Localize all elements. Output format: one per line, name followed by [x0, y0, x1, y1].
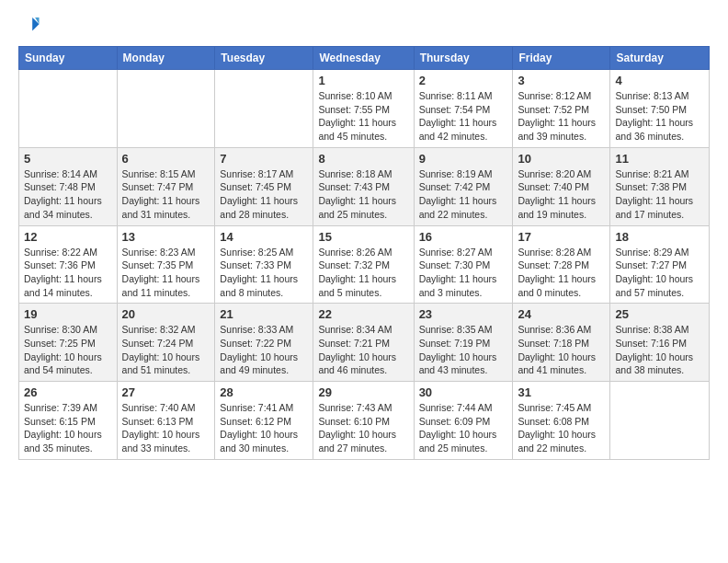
- day-cell: 30Sunrise: 7:44 AM Sunset: 6:09 PM Dayli…: [414, 382, 513, 460]
- day-cell: 23Sunrise: 8:35 AM Sunset: 7:19 PM Dayli…: [414, 304, 513, 382]
- day-info: Sunrise: 8:25 AM Sunset: 7:33 PM Dayligh…: [220, 246, 308, 300]
- day-cell: 7Sunrise: 8:17 AM Sunset: 7:45 PM Daylig…: [215, 147, 313, 225]
- day-number: 16: [419, 230, 508, 244]
- day-info: Sunrise: 8:20 AM Sunset: 7:40 PM Dayligh…: [518, 167, 605, 222]
- week-row-2: 5Sunrise: 8:14 AM Sunset: 7:48 PM Daylig…: [19, 147, 710, 225]
- day-number: 25: [615, 307, 704, 321]
- day-number: 24: [518, 307, 605, 321]
- day-info: Sunrise: 8:33 AM Sunset: 7:22 PM Dayligh…: [220, 323, 308, 377]
- day-number: 23: [419, 307, 508, 321]
- day-cell: 16Sunrise: 8:27 AM Sunset: 7:30 PM Dayli…: [414, 225, 513, 304]
- day-number: 13: [122, 230, 210, 244]
- day-cell: 9Sunrise: 8:19 AM Sunset: 7:42 PM Daylig…: [414, 147, 513, 225]
- day-number: 28: [220, 385, 308, 399]
- day-number: 31: [518, 385, 605, 399]
- day-number: 12: [24, 230, 112, 244]
- week-row-3: 12Sunrise: 8:22 AM Sunset: 7:36 PM Dayli…: [19, 225, 710, 304]
- day-cell: [19, 70, 118, 148]
- day-cell: 19Sunrise: 8:30 AM Sunset: 7:25 PM Dayli…: [19, 304, 118, 382]
- day-number: 29: [318, 385, 408, 399]
- day-info: Sunrise: 8:12 AM Sunset: 7:52 PM Dayligh…: [518, 89, 605, 144]
- day-number: 10: [518, 152, 605, 166]
- logo-icon: [20, 15, 40, 35]
- day-cell: 21Sunrise: 8:33 AM Sunset: 7:22 PM Dayli…: [215, 304, 313, 382]
- day-info: Sunrise: 8:26 AM Sunset: 7:32 PM Dayligh…: [318, 246, 408, 300]
- day-info: Sunrise: 8:30 AM Sunset: 7:25 PM Dayligh…: [24, 323, 112, 377]
- weekday-header-friday: Friday: [513, 47, 610, 70]
- day-cell: 12Sunrise: 8:22 AM Sunset: 7:36 PM Dayli…: [19, 225, 118, 304]
- day-cell: 2Sunrise: 8:11 AM Sunset: 7:54 PM Daylig…: [414, 70, 513, 148]
- weekday-header-row: SundayMondayTuesdayWednesdayThursdayFrid…: [19, 47, 710, 70]
- day-info: Sunrise: 8:14 AM Sunset: 7:48 PM Dayligh…: [24, 167, 112, 222]
- day-cell: 1Sunrise: 8:10 AM Sunset: 7:55 PM Daylig…: [313, 70, 414, 148]
- day-cell: 22Sunrise: 8:34 AM Sunset: 7:21 PM Dayli…: [313, 304, 414, 382]
- day-number: 26: [24, 385, 112, 399]
- day-info: Sunrise: 7:45 AM Sunset: 6:08 PM Dayligh…: [518, 401, 605, 455]
- day-info: Sunrise: 8:38 AM Sunset: 7:16 PM Dayligh…: [615, 323, 704, 377]
- day-cell: 27Sunrise: 7:40 AM Sunset: 6:13 PM Dayli…: [117, 382, 215, 460]
- day-cell: 10Sunrise: 8:20 AM Sunset: 7:40 PM Dayli…: [513, 147, 610, 225]
- weekday-header-sunday: Sunday: [19, 47, 118, 70]
- day-cell: 8Sunrise: 8:18 AM Sunset: 7:43 PM Daylig…: [313, 147, 414, 225]
- weekday-header-tuesday: Tuesday: [215, 47, 313, 70]
- day-info: Sunrise: 7:41 AM Sunset: 6:12 PM Dayligh…: [220, 401, 308, 455]
- day-cell: 28Sunrise: 7:41 AM Sunset: 6:12 PM Dayli…: [215, 382, 313, 460]
- day-cell: 14Sunrise: 8:25 AM Sunset: 7:33 PM Dayli…: [215, 225, 313, 304]
- day-cell: 3Sunrise: 8:12 AM Sunset: 7:52 PM Daylig…: [513, 70, 610, 148]
- week-row-4: 19Sunrise: 8:30 AM Sunset: 7:25 PM Dayli…: [19, 304, 710, 382]
- day-cell: 18Sunrise: 8:29 AM Sunset: 7:27 PM Dayli…: [610, 225, 710, 304]
- week-row-1: 1Sunrise: 8:10 AM Sunset: 7:55 PM Daylig…: [19, 70, 710, 148]
- day-number: 17: [518, 230, 605, 244]
- day-info: Sunrise: 8:19 AM Sunset: 7:42 PM Dayligh…: [419, 167, 508, 222]
- day-info: Sunrise: 8:36 AM Sunset: 7:18 PM Dayligh…: [518, 323, 605, 377]
- day-cell: [215, 70, 313, 148]
- day-cell: 24Sunrise: 8:36 AM Sunset: 7:18 PM Dayli…: [513, 304, 610, 382]
- day-number: 8: [318, 152, 408, 166]
- day-info: Sunrise: 8:22 AM Sunset: 7:36 PM Dayligh…: [24, 246, 112, 300]
- day-info: Sunrise: 8:34 AM Sunset: 7:21 PM Dayligh…: [318, 323, 408, 377]
- day-number: 3: [518, 74, 605, 87]
- day-number: 4: [615, 74, 704, 87]
- day-cell: [610, 382, 710, 460]
- day-info: Sunrise: 7:40 AM Sunset: 6:13 PM Dayligh…: [122, 401, 210, 455]
- day-info: Sunrise: 8:28 AM Sunset: 7:28 PM Dayligh…: [518, 246, 605, 300]
- day-info: Sunrise: 7:43 AM Sunset: 6:10 PM Dayligh…: [318, 401, 408, 455]
- day-cell: 25Sunrise: 8:38 AM Sunset: 7:16 PM Dayli…: [610, 304, 710, 382]
- day-number: 6: [122, 152, 210, 166]
- day-info: Sunrise: 8:35 AM Sunset: 7:19 PM Dayligh…: [419, 323, 508, 377]
- day-info: Sunrise: 8:32 AM Sunset: 7:24 PM Dayligh…: [122, 323, 210, 377]
- day-number: 9: [419, 152, 508, 166]
- day-info: Sunrise: 7:44 AM Sunset: 6:09 PM Dayligh…: [419, 401, 508, 455]
- day-info: Sunrise: 8:29 AM Sunset: 7:27 PM Dayligh…: [615, 246, 704, 300]
- day-cell: 11Sunrise: 8:21 AM Sunset: 7:38 PM Dayli…: [610, 147, 710, 225]
- logo: [18, 15, 44, 39]
- day-info: Sunrise: 8:18 AM Sunset: 7:43 PM Dayligh…: [318, 167, 408, 222]
- day-info: Sunrise: 8:13 AM Sunset: 7:50 PM Dayligh…: [615, 89, 704, 144]
- day-info: Sunrise: 8:23 AM Sunset: 7:35 PM Dayligh…: [122, 246, 210, 300]
- weekday-header-thursday: Thursday: [414, 47, 513, 70]
- day-cell: [117, 70, 215, 148]
- day-number: 19: [24, 307, 112, 321]
- weekday-header-monday: Monday: [117, 47, 215, 70]
- day-cell: 15Sunrise: 8:26 AM Sunset: 7:32 PM Dayli…: [313, 225, 414, 304]
- day-info: Sunrise: 7:39 AM Sunset: 6:15 PM Dayligh…: [24, 401, 112, 455]
- day-cell: 20Sunrise: 8:32 AM Sunset: 7:24 PM Dayli…: [117, 304, 215, 382]
- day-number: 22: [318, 307, 408, 321]
- day-number: 15: [318, 230, 408, 244]
- day-cell: 4Sunrise: 8:13 AM Sunset: 7:50 PM Daylig…: [610, 70, 710, 148]
- day-number: 18: [615, 230, 704, 244]
- day-info: Sunrise: 8:21 AM Sunset: 7:38 PM Dayligh…: [615, 167, 704, 222]
- week-row-5: 26Sunrise: 7:39 AM Sunset: 6:15 PM Dayli…: [19, 382, 710, 460]
- day-info: Sunrise: 8:10 AM Sunset: 7:55 PM Dayligh…: [318, 89, 408, 144]
- day-number: 11: [615, 152, 704, 166]
- day-info: Sunrise: 8:11 AM Sunset: 7:54 PM Dayligh…: [419, 89, 508, 144]
- day-number: 21: [220, 307, 308, 321]
- header: [18, 15, 710, 39]
- day-cell: 5Sunrise: 8:14 AM Sunset: 7:48 PM Daylig…: [19, 147, 118, 225]
- day-number: 7: [220, 152, 308, 166]
- page-container: SundayMondayTuesdayWednesdayThursdayFrid…: [0, 0, 728, 469]
- weekday-header-saturday: Saturday: [610, 47, 710, 70]
- day-cell: 6Sunrise: 8:15 AM Sunset: 7:47 PM Daylig…: [117, 147, 215, 225]
- day-number: 14: [220, 230, 308, 244]
- calendar-table: SundayMondayTuesdayWednesdayThursdayFrid…: [18, 46, 710, 460]
